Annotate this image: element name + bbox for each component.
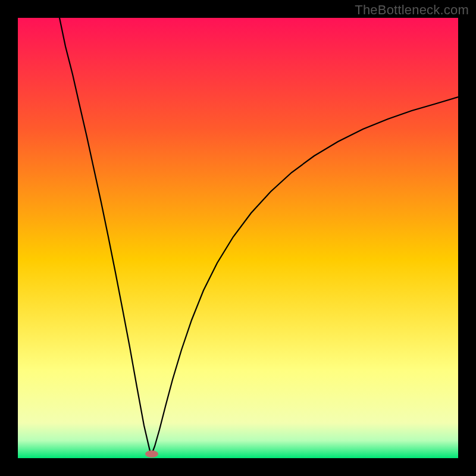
- plot-area: [18, 18, 458, 458]
- chart-frame: TheBottleneck.com: [0, 0, 476, 476]
- gradient-background: [18, 18, 458, 458]
- vertex-marker: [145, 450, 158, 458]
- attribution-label: TheBottleneck.com: [355, 2, 469, 18]
- plot-svg: [18, 18, 458, 458]
